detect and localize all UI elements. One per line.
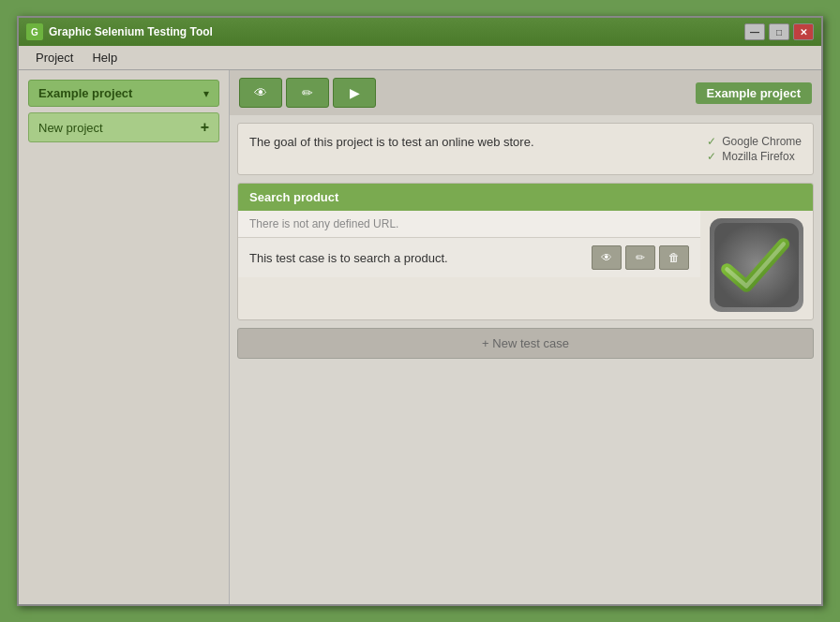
sidebar: Example project ▾ New project + [19,70,230,604]
window-title: Graphic Selenium Testing Tool [49,25,744,38]
app-logo [710,218,803,312]
title-bar: G Graphic Selenium Testing Tool — □ ✕ [19,18,821,46]
eye-icon: 👁 [254,85,267,100]
play-icon: ▶ [350,85,360,100]
minimize-button[interactable]: — [744,23,765,40]
suite-right [700,211,813,319]
content-panel: 👁 ✏ ▶ Example project The goal of this p… [230,70,821,604]
logo-svg [714,223,799,307]
browser-list: ✓ Google Chrome ✓ Mozilla Firefox [707,135,802,163]
app-icon: G [26,23,43,40]
menu-item-help[interactable]: Help [82,49,127,67]
menu-bar: Project Help [19,46,821,70]
chevron-down-icon: ▾ [203,87,209,100]
project-title: Example project [696,82,812,104]
eye-icon-small: 👁 [601,251,612,264]
example-project-item[interactable]: Example project ▾ [28,80,219,107]
desc-row: The goal of this project is to test an o… [249,135,802,163]
suite-body: There is not any defined URL. This test … [238,211,813,319]
window-controls: — □ ✕ [744,23,814,40]
pencil-icon: ✏ [636,251,645,264]
browser-item-firefox: ✓ Mozilla Firefox [707,150,802,163]
add-icon: + [201,119,209,136]
test-suite: Search product There is not any defined … [237,183,814,320]
test-case-edit-button[interactable]: ✏ [625,245,655,270]
trash-icon: 🗑 [668,251,680,264]
suite-left: There is not any defined URL. This test … [238,211,700,319]
browser-item-chrome: ✓ Google Chrome [707,135,802,148]
view-button[interactable]: 👁 [239,78,282,108]
content-toolbar: 👁 ✏ ▶ Example project [230,70,821,115]
new-project-item[interactable]: New project + [28,112,219,142]
project-description-area: The goal of this project is to test an o… [237,123,814,175]
test-case-delete-button[interactable]: 🗑 [659,245,689,270]
test-case-view-button[interactable]: 👁 [592,245,622,270]
new-test-case-button[interactable]: + New test case [237,328,814,359]
maximize-button[interactable]: □ [769,23,789,40]
suite-url: There is not any defined URL. [238,211,700,238]
test-case-actions: 👁 ✏ 🗑 [592,245,689,270]
project-description: The goal of this project is to test an o… [249,135,534,149]
application-window: G Graphic Selenium Testing Tool — □ ✕ Pr… [17,16,823,606]
run-button[interactable]: ▶ [333,78,376,108]
check-icon-chrome: ✓ [707,135,716,148]
menu-item-project[interactable]: Project [26,49,82,67]
edit-button[interactable]: ✏ [286,78,329,108]
project-item-label: Example project [38,86,132,100]
browser-chrome-label: Google Chrome [722,135,802,148]
main-area: Example project ▾ New project + 👁 ✏ ▶ [19,70,821,604]
suite-name: Search product [249,190,338,204]
test-case-row: This test case is to search a product. 👁… [238,238,700,277]
test-case-description: This test case is to search a product. [249,251,592,265]
check-icon-firefox: ✓ [707,150,716,163]
browser-firefox-label: Mozilla Firefox [722,150,794,163]
close-button[interactable]: ✕ [793,23,814,40]
new-project-label: New project [38,121,103,135]
edit-icon: ✏ [302,85,313,100]
new-test-case-label: + New test case [482,336,569,350]
suite-header: Search product [238,184,813,211]
